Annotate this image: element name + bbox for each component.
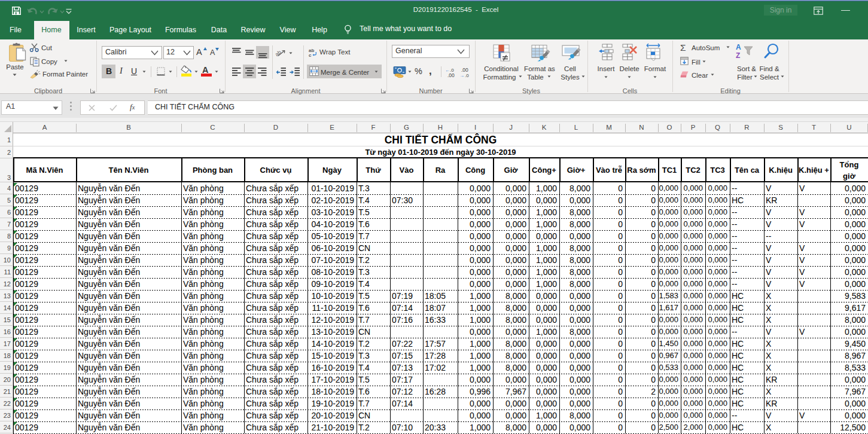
- svg-text:Z: Z: [736, 51, 740, 60]
- svg-text:A: A: [736, 43, 741, 51]
- svg-text:→: →: [459, 73, 464, 78]
- svg-text:.00: .00: [461, 67, 468, 73]
- svg-text:.0: .0: [465, 73, 469, 78]
- svg-text:c: c: [309, 53, 312, 58]
- svg-text:.00: .00: [447, 72, 455, 78]
